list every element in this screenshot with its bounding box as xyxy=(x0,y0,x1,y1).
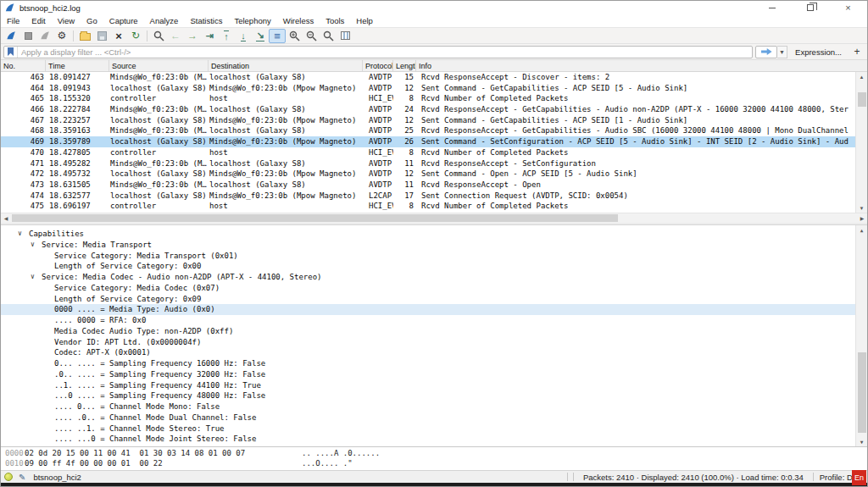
scrollbar-thumb[interactable] xyxy=(858,352,866,433)
table-row[interactable]: 470 18.427805 controller host HCI_EVT 8 … xyxy=(1,147,867,158)
detail-line[interactable]: .... ...0 = Channel Mode Joint Stereo: F… xyxy=(1,434,867,445)
stop-capture-button[interactable] xyxy=(19,29,36,43)
auto-scroll-button[interactable]: ↘ xyxy=(252,29,269,43)
expand-arrow-icon[interactable] xyxy=(43,412,54,423)
expert-info-icon[interactable] xyxy=(4,473,13,481)
reload-file-button[interactable]: ↻ xyxy=(127,29,144,43)
scrollbar-thumb[interactable] xyxy=(858,92,866,107)
close-button[interactable]: × xyxy=(829,1,867,14)
capture-options-button[interactable]: ⚙ xyxy=(53,29,70,43)
start-capture-button[interactable] xyxy=(3,29,19,43)
menu-item[interactable]: Help xyxy=(350,16,379,25)
column-header-time[interactable]: Time xyxy=(46,60,109,71)
table-row[interactable]: 475 18.696197 controller host HCI_EVT 8 … xyxy=(1,201,867,212)
menu-item[interactable]: View xyxy=(52,16,81,25)
detail-line[interactable]: .... .0.. = Channel Mode Dual Channel: F… xyxy=(1,412,867,423)
table-row[interactable]: 467 18.223257 localhost (Galaxy S8) Mind… xyxy=(1,115,867,126)
scroll-left-arrow[interactable]: ◀ xyxy=(1,213,11,223)
expand-arrow-icon[interactable] xyxy=(43,358,54,369)
close-file-button[interactable]: × xyxy=(110,29,127,43)
detail-line[interactable]: ..1. .... = Sampling Frequency 44100 Hz:… xyxy=(1,380,867,391)
column-header-destination[interactable]: Destination xyxy=(209,60,363,71)
expand-arrow-icon[interactable] xyxy=(43,251,54,262)
table-row[interactable]: 474 18.632577 localhost (Galaxy S8) Mind… xyxy=(1,191,867,202)
expand-arrow-icon[interactable] xyxy=(43,401,54,412)
expand-arrow-icon[interactable] xyxy=(43,337,54,348)
table-row[interactable]: 464 18.091943 localhost (Galaxy S8) Mind… xyxy=(1,83,867,94)
detail-line[interactable]: Length of Service Category: 0x09 xyxy=(1,294,867,305)
zoom-reset-button[interactable] xyxy=(320,29,337,43)
save-file-button[interactable] xyxy=(93,29,110,43)
capture-comment-icon[interactable]: ✎ xyxy=(19,473,25,482)
detail-line[interactable]: .... 0000 = RFA: 0x0 xyxy=(1,315,867,326)
detail-line[interactable]: Service: Media Codec - Audio non-A2DP (A… xyxy=(1,272,867,283)
detail-line[interactable]: .... 0... = Channel Mode Mono: False xyxy=(1,401,867,412)
scroll-down-arrow[interactable]: ▼ xyxy=(856,437,867,446)
go-back-button[interactable]: ← xyxy=(167,29,184,43)
table-row[interactable]: 465 18.155320 controller host HCI_EVT 8 … xyxy=(1,93,867,104)
menu-item[interactable]: Tools xyxy=(320,16,350,25)
detail-line[interactable]: Vendor ID: APT Ltd. (0x0000004f) xyxy=(1,337,867,348)
packet-list-vertical-scrollbar[interactable]: ▲ ▼ xyxy=(855,72,867,213)
display-filter-input[interactable] xyxy=(18,47,752,57)
detail-line[interactable]: Media Codec Audio Type: non-A2DP (0xff) xyxy=(1,326,867,337)
column-header-info[interactable]: Info xyxy=(416,60,867,71)
detail-line[interactable]: Length of Service Category: 0x00 xyxy=(1,261,867,272)
table-row[interactable]: 469 18.359789 localhost (Galaxy S8) Mind… xyxy=(1,136,867,147)
menu-item[interactable]: Wireless xyxy=(277,16,320,25)
menu-item[interactable]: Edit xyxy=(25,16,51,25)
expand-arrow-icon[interactable] xyxy=(43,326,54,337)
expand-arrow-icon[interactable] xyxy=(43,294,54,305)
go-to-bottom-button[interactable]: ↓ xyxy=(235,29,252,43)
detail-line[interactable]: Capabilities xyxy=(1,229,867,240)
detail-line[interactable]: Service: Media Transport xyxy=(1,240,867,251)
expand-arrow-icon[interactable] xyxy=(31,240,42,251)
detail-line[interactable]: .... ..1. = Channel Mode Stereo: True xyxy=(1,423,867,434)
restart-capture-button[interactable] xyxy=(36,29,53,43)
expand-arrow-icon[interactable] xyxy=(43,390,54,401)
expand-arrow-icon[interactable] xyxy=(43,283,54,294)
resize-columns-button[interactable] xyxy=(337,29,353,43)
expression-button[interactable]: Expression... xyxy=(787,47,849,57)
menu-item[interactable]: Statistics xyxy=(184,16,228,25)
find-packet-button[interactable] xyxy=(150,29,167,43)
detail-line[interactable]: .0.. .... = Sampling Frequency 32000 Hz:… xyxy=(1,369,867,380)
detail-line[interactable]: Codec: APT-X (0x0001) xyxy=(1,347,867,358)
scroll-up-arrow[interactable]: ▲ xyxy=(856,72,867,81)
table-row[interactable]: 471 18.495282 Minds@Wo_f0:23:0b (M… loca… xyxy=(1,158,867,169)
menu-item[interactable]: Capture xyxy=(103,16,144,25)
detail-line[interactable]: Service Category: Media Transport (0x01) xyxy=(1,251,867,262)
go-to-top-button[interactable]: ↑ xyxy=(218,29,235,43)
scroll-right-arrow[interactable]: ▶ xyxy=(857,213,867,223)
expand-arrow-icon[interactable] xyxy=(43,261,54,272)
detail-line[interactable]: 0000 .... = Media Type: Audio (0x0) xyxy=(1,304,867,315)
expand-arrow-icon[interactable] xyxy=(43,423,54,434)
column-header-source[interactable]: Source xyxy=(109,60,209,71)
menu-item[interactable]: File xyxy=(1,16,25,25)
apply-filter-button[interactable] xyxy=(755,46,777,58)
menu-item[interactable]: Go xyxy=(81,16,103,25)
table-row[interactable]: 463 18.091427 Minds@Wo_f0:23:0b (M… loca… xyxy=(1,72,867,83)
scrollbar-thumb[interactable] xyxy=(12,214,618,222)
table-row[interactable]: 472 18.495732 localhost (Galaxy S8) Mind… xyxy=(1,169,867,180)
expand-arrow-icon[interactable] xyxy=(43,304,54,315)
scroll-up-arrow[interactable]: ▲ xyxy=(856,225,867,235)
packet-list-horizontal-scrollbar[interactable]: ◀ ▶ xyxy=(1,213,867,223)
detail-line[interactable]: 0... .... = Sampling Frequency 16000 Hz:… xyxy=(1,358,867,369)
expand-arrow-icon[interactable] xyxy=(43,315,54,326)
menu-item[interactable]: Analyze xyxy=(144,16,185,25)
zoom-out-button[interactable] xyxy=(303,29,320,43)
expand-arrow-icon[interactable] xyxy=(43,369,54,380)
expand-arrow-icon[interactable] xyxy=(43,434,54,445)
filter-history-dropdown[interactable]: ▼ xyxy=(777,46,787,58)
add-filter-button[interactable]: + xyxy=(849,46,865,58)
minimize-button[interactable] xyxy=(753,1,791,14)
menu-item[interactable]: Telephony xyxy=(228,16,276,25)
scroll-down-arrow[interactable]: ▼ xyxy=(856,203,867,213)
column-header-no[interactable]: No. xyxy=(1,60,46,71)
hex-row[interactable]: 0010 09 00 ff 4f 00 00 00 01 00 22 ...O.… xyxy=(1,459,867,469)
filter-bookmark-button[interactable] xyxy=(4,47,18,58)
detail-line[interactable]: ...0 .... = Sampling Frequency 48000 Hz:… xyxy=(1,390,867,401)
expand-arrow-icon[interactable] xyxy=(18,229,29,240)
zoom-in-button[interactable] xyxy=(286,29,303,43)
